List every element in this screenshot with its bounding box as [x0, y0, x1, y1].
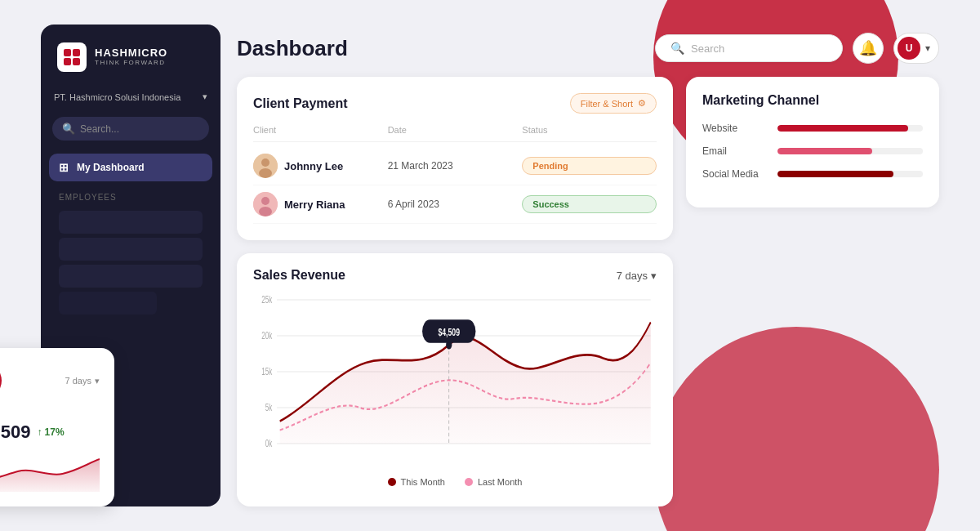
- search-bar[interactable]: 🔍: [655, 34, 843, 62]
- avatar-merry: [253, 192, 278, 216]
- sales-header: Sales Revenue 7 days ▾: [253, 268, 657, 283]
- days-selector[interactable]: 7 days ▾: [617, 270, 657, 282]
- marketing-channel-card: Marketing Channel Website Email: [686, 77, 939, 207]
- svg-rect-3: [73, 58, 80, 65]
- channel-row-email: Email: [702, 145, 923, 157]
- sidebar-search[interactable]: 🔍: [52, 117, 209, 141]
- filter-label: Filter & Short: [581, 99, 633, 109]
- svg-point-9: [259, 207, 272, 216]
- nav-placeholder-3: [59, 265, 203, 288]
- sales-title: Sales Revenue: [253, 268, 345, 283]
- mini-chart-area: [0, 451, 100, 492]
- mini-card-top: 7 days ▾: [0, 363, 100, 399]
- channel-row-website: Website: [702, 123, 923, 134]
- days-label: 7 days: [617, 270, 648, 282]
- channel-bar-bg-email: [777, 148, 923, 154]
- table-row: Johnny Lee 21 March 2023 Pending: [253, 147, 657, 185]
- svg-text:25k: 25k: [261, 295, 273, 306]
- sells-icon: [0, 363, 2, 399]
- svg-rect-2: [64, 58, 71, 65]
- channel-bar-email: [777, 148, 872, 154]
- logo-icon: [57, 42, 87, 72]
- chevron-down-icon: ▾: [95, 376, 100, 386]
- sidebar-section-employees: EMPLOYEES: [49, 183, 212, 207]
- mini-days-label: 7 days: [65, 376, 91, 386]
- legend-label-last-month: Last Month: [478, 477, 522, 487]
- svg-text:15k: 15k: [261, 367, 273, 377]
- status-badge-1: Pending: [522, 157, 657, 175]
- status-badge-2: Success: [522, 195, 657, 213]
- company-name: PT. Hashmicro Solusi Indonesia: [54, 92, 180, 102]
- sidebar-logo: HASHMICRO THINK FORWARD: [41, 25, 220, 85]
- avatar-johnny: [253, 154, 278, 178]
- table-row: Merry Riana 6 April 2023 Success: [253, 185, 657, 224]
- user-button[interactable]: U ▾: [893, 33, 939, 64]
- col-client: Client: [253, 125, 388, 135]
- growth-percent: 17%: [45, 426, 65, 438]
- svg-rect-1: [73, 49, 80, 56]
- dashboard-icon: ⊞: [59, 161, 69, 174]
- table-header: Client Date Status: [253, 125, 657, 142]
- mini-growth-indicator: ↑ 17%: [38, 426, 65, 438]
- channel-bar-bg-website: [777, 125, 923, 132]
- legend-dot-this-month: [388, 478, 396, 486]
- nav-placeholder-2: [59, 238, 203, 261]
- chevron-down-icon: ▾: [203, 91, 207, 102]
- search-icon: 🔍: [670, 42, 684, 55]
- svg-text:$4,509: $4,509: [438, 326, 460, 337]
- channel-bar-bg-social: [777, 171, 923, 177]
- channel-bar-social: [777, 171, 893, 177]
- legend-dot-last-month: [465, 478, 473, 486]
- search-input[interactable]: [691, 42, 827, 55]
- filter-button[interactable]: Filter & Short ⚙: [570, 93, 657, 114]
- nav-placeholder-4: [59, 292, 157, 315]
- svg-text:5k: 5k: [265, 403, 273, 413]
- filter-icon: ⚙: [638, 98, 646, 109]
- chart-legend: This Month Last Month: [253, 477, 657, 487]
- svg-rect-0: [64, 49, 71, 56]
- channel-label-email: Email: [702, 145, 768, 157]
- channel-label-website: Website: [702, 123, 768, 134]
- client-payment-header: Client Payment Filter & Short ⚙: [253, 93, 657, 114]
- channel-bar-website: [777, 125, 908, 132]
- sales-revenue-card: Sales Revenue 7 days ▾: [237, 253, 673, 506]
- notification-button[interactable]: 🔔: [853, 33, 884, 64]
- client-info-1: Johnny Lee: [253, 154, 388, 178]
- svg-text:20k: 20k: [261, 331, 273, 341]
- mini-value-row: $50,509 ↑ 17%: [0, 422, 100, 443]
- svg-point-6: [259, 168, 272, 178]
- sidebar-search-icon: 🔍: [62, 123, 75, 135]
- mini-days-selector[interactable]: 7 days ▾: [65, 376, 100, 386]
- col-date: Date: [388, 125, 523, 135]
- logo-text: HASHMICRO THINK FORWARD: [95, 47, 167, 66]
- client-name-2: Merry Riana: [284, 199, 345, 211]
- channel-row-social: Social Media: [702, 168, 923, 180]
- client-info-2: Merry Riana: [253, 192, 388, 216]
- marketing-channel-title: Marketing Channel: [702, 93, 923, 108]
- mini-card: 7 days ▾ Sells $50,509 ↑ 17%: [0, 348, 114, 506]
- sidebar-item-dashboard[interactable]: ⊞ My Dashboard: [49, 154, 212, 181]
- company-selector[interactable]: PT. Hashmicro Solusi Indonesia ▾: [41, 85, 220, 109]
- spacer: [686, 221, 939, 506]
- sidebar-item-label: My Dashboard: [77, 162, 145, 173]
- date-2: 6 April 2023: [388, 199, 523, 210]
- col-status: Status: [522, 125, 657, 135]
- sales-chart: 25k 20k 15k 5k 0k: [253, 291, 657, 471]
- chevron-down-icon: ▾: [925, 42, 930, 54]
- content-area: Client Payment Filter & Short ⚙ Client D…: [237, 77, 939, 506]
- legend-label-this-month: This Month: [401, 477, 445, 487]
- chevron-down-icon: ▾: [651, 270, 657, 282]
- topbar: Dashboard 🔍 🔔 U ▾: [237, 25, 939, 77]
- logo-name: HASHMICRO: [95, 47, 167, 59]
- svg-point-5: [261, 158, 270, 167]
- topbar-right: 🔍 🔔 U ▾: [655, 33, 939, 64]
- sidebar-search-input[interactable]: [80, 123, 199, 135]
- avatar: U: [898, 37, 920, 60]
- svg-point-8: [261, 197, 270, 205]
- channel-label-social: Social Media: [702, 168, 768, 180]
- chart-container: 25k 20k 15k 5k 0k: [253, 291, 657, 471]
- logo-tagline: THINK FORWARD: [95, 60, 167, 67]
- main-container: HASHMICRO THINK FORWARD PT. Hashmicro So…: [41, 25, 939, 506]
- content-right: Marketing Channel Website Email: [686, 77, 939, 506]
- mini-sells-value: $50,509: [0, 422, 31, 443]
